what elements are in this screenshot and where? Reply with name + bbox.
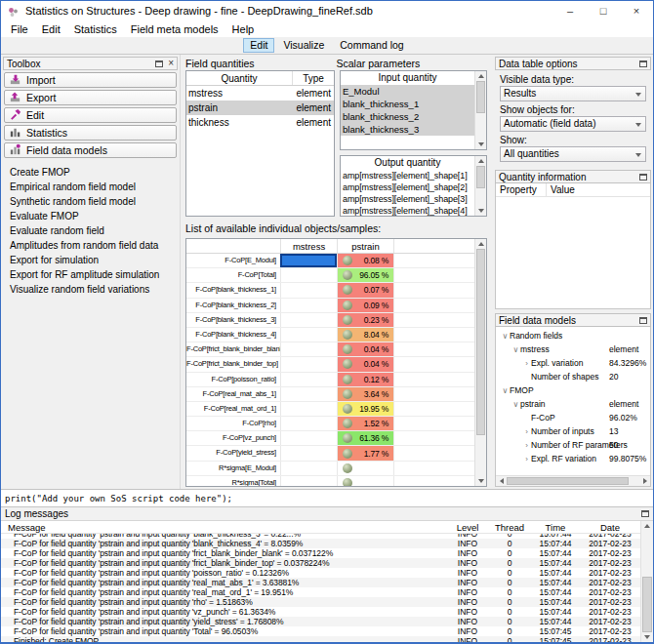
mstress-cell[interactable] xyxy=(280,357,337,371)
mstress-cell[interactable] xyxy=(280,431,337,445)
scroll-up-icon[interactable] xyxy=(478,74,484,78)
toolbox-link[interactable]: Export for simulation xyxy=(3,253,178,267)
column-header-time[interactable]: Time xyxy=(531,521,580,533)
menu-item-statistics[interactable]: Statistics xyxy=(67,22,124,36)
pstrain-cell[interactable]: 1.52 % xyxy=(337,417,393,430)
mstress-cell[interactable] xyxy=(280,402,337,416)
toolbox-link[interactable]: Synthetic random field model xyxy=(3,194,178,209)
table-row[interactable]: R*sigma[E_Modul] xyxy=(186,462,474,476)
sample-row-header[interactable]: F-CoP[yield_stress] xyxy=(186,446,280,460)
output-quantity-item[interactable]: amp[mstress][element]_shape[3] xyxy=(341,193,474,205)
table-row[interactable]: F-CoP[real_mat_ord_1]19.95 % xyxy=(186,402,474,417)
input-quantity-item[interactable]: E_Modul xyxy=(341,85,474,98)
log-row[interactable]: F-CoP for field quantity 'pstrain and in… xyxy=(1,587,640,597)
column-header-level[interactable]: Level xyxy=(447,521,488,533)
menu-item-edit[interactable]: Edit xyxy=(35,22,67,36)
mstress-cell[interactable] xyxy=(280,462,337,475)
log-row[interactable]: F-CoP for field quantity 'pstrain and in… xyxy=(1,539,640,548)
close-panel-icon[interactable]: × xyxy=(168,60,174,67)
show-select[interactable]: All quantities xyxy=(500,146,646,162)
float-panel-icon[interactable] xyxy=(641,510,649,517)
scroll-up-icon[interactable] xyxy=(478,242,484,246)
sample-row-header[interactable]: F-CoP[blank_thickness_2] xyxy=(186,299,280,312)
tab-visualize[interactable]: Visualize xyxy=(276,38,331,53)
output-quantity-scrollbar[interactable] xyxy=(474,156,486,216)
mstress-cell[interactable] xyxy=(280,342,337,356)
sample-row-header[interactable]: F-CoP[poisson_ratio] xyxy=(186,373,280,386)
menu-item-field-meta-models[interactable]: Field meta models xyxy=(124,22,225,36)
scroll-up-icon[interactable] xyxy=(478,159,484,163)
tab-edit[interactable]: Edit xyxy=(243,38,274,53)
tree-expander-icon[interactable]: › xyxy=(522,427,531,436)
script-editor[interactable]: print("Add your own SoS script code here… xyxy=(1,489,653,507)
table-row[interactable]: F-CoP[vz_punch]61.36 % xyxy=(186,431,474,446)
pstrain-cell[interactable]: 0.04 % xyxy=(337,357,393,371)
float-panel-icon[interactable] xyxy=(639,317,647,324)
column-header-thread[interactable]: Thread xyxy=(488,521,531,533)
menu-item-help[interactable]: Help xyxy=(225,22,262,36)
toolbox-link[interactable]: Visualize random field variations xyxy=(3,282,178,297)
scroll-down-icon[interactable] xyxy=(478,142,484,146)
pstrain-cell[interactable]: 61.36 % xyxy=(337,431,393,445)
input-quantity-header[interactable]: Input quantity xyxy=(341,71,474,85)
tree-row[interactable]: ›Number of RF parameters50 xyxy=(496,438,650,452)
pstrain-cell[interactable]: 0.12 % xyxy=(337,373,393,386)
tree-expander-icon[interactable]: ∨ xyxy=(501,332,510,341)
table-row[interactable]: F-CoP[frict_blank_binder_blank]0.04 % xyxy=(186,342,474,357)
toolbox-link[interactable]: Create FMOP xyxy=(3,165,178,180)
scroll-right-icon[interactable] xyxy=(643,478,647,484)
maximize-button[interactable]: □ xyxy=(587,1,620,20)
float-panel-icon[interactable] xyxy=(639,174,647,181)
table-row[interactable]: F-CoP[yield_stress]1.77 % xyxy=(186,446,474,461)
output-quantity-item[interactable]: amp[mstress][element]_shape[4] xyxy=(341,205,474,216)
column-header-pstrain[interactable]: pstrain xyxy=(337,239,393,253)
mstress-cell[interactable] xyxy=(280,313,337,327)
mstress-cell[interactable] xyxy=(280,268,337,282)
toolbox-button-export[interactable]: Export xyxy=(4,90,177,105)
samples-scrollbar[interactable] xyxy=(474,239,486,486)
pstrain-cell[interactable]: 0.23 % xyxy=(337,313,393,327)
input-quantity-item[interactable]: blank_thickness_1 xyxy=(341,98,474,110)
table-row[interactable]: F-CoP[rho]1.52 % xyxy=(186,417,474,431)
sample-row-header[interactable]: F-CoP[blank_thickness_4] xyxy=(186,328,280,342)
scroll-left-icon[interactable] xyxy=(500,478,504,484)
log-row[interactable]: F-CoP for field quantity 'pstrain and in… xyxy=(1,607,640,617)
table-row[interactable]: F-CoP[frict_blank_binder_top]0.04 % xyxy=(186,357,474,372)
table-row[interactable]: F-CoP[blank_thickness_3]0.23 % xyxy=(186,313,474,328)
table-row[interactable]: F-CoP[poisson_ratio]0.12 % xyxy=(186,373,474,387)
field-quantity-row[interactable]: mstresselement xyxy=(186,86,334,101)
sample-row-header[interactable]: F-CoP[vz_punch] xyxy=(186,431,280,445)
mstress-cell[interactable] xyxy=(280,328,337,342)
pstrain-cell[interactable]: 0.07 % xyxy=(337,283,393,297)
mstress-cell[interactable] xyxy=(280,417,337,430)
tree-expander-icon[interactable]: ∨ xyxy=(511,345,520,354)
log-scrollbar[interactable] xyxy=(640,521,653,642)
title-bar[interactable]: Statistics on Structures - Deep drawing … xyxy=(1,1,653,20)
log-row[interactable]: F-CoP for field quantity 'pstrain and in… xyxy=(1,597,640,607)
column-header-date[interactable]: Date xyxy=(580,521,640,533)
toolbox-button-edit[interactable]: Edit xyxy=(4,107,177,123)
show-objects-for-select[interactable]: Automatic (field data) xyxy=(500,116,646,132)
input-quantity-scrollbar[interactable] xyxy=(474,71,486,149)
table-row[interactable]: F-CoP[blank_thickness_1]0.07 % xyxy=(186,283,474,298)
tree-expander-icon[interactable]: › xyxy=(522,359,531,368)
log-row[interactable]: F-CoP for field quantity 'pstrain and in… xyxy=(1,558,640,568)
mstress-cell[interactable] xyxy=(280,387,337,401)
output-quantity-header[interactable]: Output quantity xyxy=(341,156,474,170)
scroll-down-icon[interactable] xyxy=(478,479,484,483)
pstrain-cell[interactable]: 96.05 % xyxy=(337,268,393,282)
output-quantity-item[interactable]: amp[mstress][element]_shape[2] xyxy=(341,181,474,193)
pstrain-cell[interactable]: 19.95 % xyxy=(337,402,393,416)
column-header-mstress[interactable]: mstress xyxy=(280,239,337,253)
mstress-cell[interactable] xyxy=(280,283,337,297)
sample-row-header[interactable]: F-CoP[real_mat_abs_1] xyxy=(186,387,280,401)
toolbox-button-statistics[interactable]: Statistics xyxy=(4,125,177,141)
table-row[interactable]: R*sigma[Total] xyxy=(186,476,474,486)
toolbox-link[interactable]: Evaluate FMOP xyxy=(3,209,178,223)
visible-data-type-select[interactable]: Results xyxy=(500,86,646,101)
tree-row[interactable]: ›Number of inputs13 xyxy=(496,424,650,438)
table-row[interactable]: F-CoP[Total]96.05 % xyxy=(186,268,474,283)
sample-row-header[interactable]: F-CoP[Total] xyxy=(186,268,280,282)
scroll-down-icon[interactable] xyxy=(644,635,650,639)
pstrain-cell[interactable]: 0.08 % xyxy=(337,254,393,267)
